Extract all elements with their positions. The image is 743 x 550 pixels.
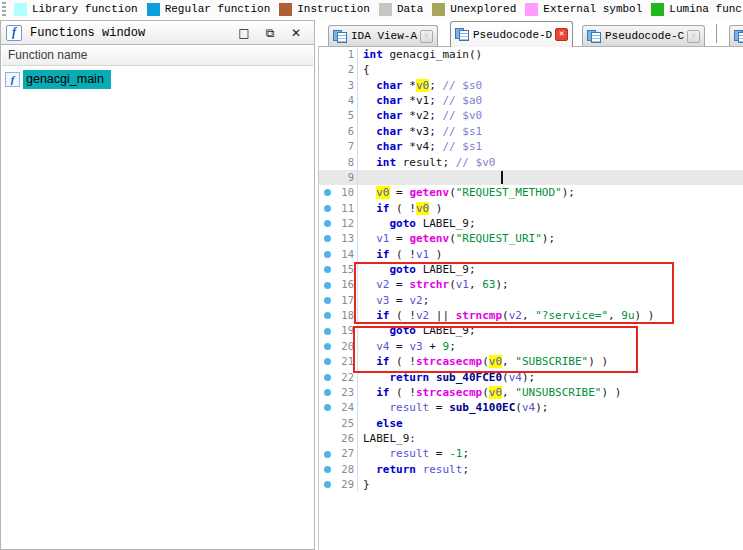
line-number: 1 [335, 47, 358, 62]
code-line-28[interactable]: 28 return result; [319, 462, 743, 477]
code-line-2[interactable]: 2{ [319, 62, 743, 77]
code-text[interactable] [358, 170, 363, 185]
address-dot-icon [324, 466, 331, 473]
token-pln: ( ! [390, 386, 417, 399]
tab-ida-view-a[interactable]: IDA View-A✕ [328, 25, 438, 46]
token-str: "UNSUBSCRIBE" [515, 386, 601, 399]
code-line-21[interactable]: 21 if ( !strcasecmp(v0, "SUBSCRIBE") ) [319, 354, 743, 369]
address-dot-cell [319, 323, 335, 338]
code-text[interactable]: char *v2; // $v0 [358, 108, 482, 123]
code-line-24[interactable]: 24 result = sub_4100EC(v4); [319, 400, 743, 415]
legend-label: External symbol [543, 3, 642, 15]
token-var: v2 [509, 309, 522, 322]
code-text[interactable]: int genacgi_main() [358, 47, 482, 62]
code-line-11[interactable]: 11 if ( !v0 ) [319, 201, 743, 216]
code-area[interactable]: 1int genacgi_main()2{3 char *v0; // $s04… [318, 47, 743, 550]
code-line-25[interactable]: 25 else [319, 416, 743, 431]
maximize-button-icon[interactable]: □ [231, 26, 257, 40]
code-line-27[interactable]: 27 result = -1; [319, 446, 743, 461]
legend-label: Regular function [165, 3, 271, 15]
token-pln [363, 355, 376, 368]
token-pln [416, 263, 423, 276]
close-button-icon[interactable]: ✕ [283, 26, 309, 40]
code-text[interactable]: goto LABEL_9; [358, 323, 476, 338]
code-line-9[interactable]: 9 [319, 170, 743, 185]
code-text[interactable]: else [358, 416, 403, 431]
dot-spacer [319, 124, 335, 139]
code-text[interactable]: if ( !v0 ) [358, 201, 443, 216]
tab-partial[interactable] [729, 25, 743, 46]
token-kw: int [363, 48, 383, 61]
code-line-22[interactable]: 22 return sub_40FCE0(v4); [319, 370, 743, 385]
legend-color-swatch [147, 3, 160, 16]
address-dot-icon [324, 266, 331, 273]
code-line-17[interactable]: 17 v3 = v2; [319, 293, 743, 308]
token-hl: v0 [489, 355, 502, 368]
code-line-4[interactable]: 4 char *v1; // $a0 [319, 93, 743, 108]
token-pln: ( [515, 401, 522, 414]
code-text[interactable]: LABEL_9: [358, 431, 416, 446]
code-text[interactable]: if ( !strcasecmp(v0, "SUBSCRIBE") ) [358, 354, 608, 369]
tab-close-icon[interactable]: ✕ [555, 28, 568, 41]
column-header-function-name[interactable]: Function name [2, 46, 313, 66]
token-pln: { [363, 63, 370, 76]
code-line-20[interactable]: 20 v4 = v3 + 9; [319, 339, 743, 354]
legend-item-lumina-function: Lumina function [651, 3, 743, 16]
code-text[interactable]: v4 = v3 + 9; [358, 339, 456, 354]
code-text[interactable]: return result; [358, 462, 469, 477]
token-var: v1 [456, 278, 469, 291]
code-text[interactable]: v2 = strchr(v1, 63); [358, 277, 509, 292]
restore-button-icon[interactable]: ⧉ [257, 26, 283, 40]
tab-close-icon[interactable]: ✕ [420, 30, 433, 43]
function-name-selected[interactable]: genacgi_main [23, 70, 111, 89]
legend-item-regular-function: Regular function [147, 3, 271, 16]
code-line-7[interactable]: 7 char *v4; // $s1 [319, 139, 743, 154]
code-line-10[interactable]: 10 v0 = getenv("REQUEST_METHOD"); [319, 185, 743, 200]
code-text[interactable]: goto LABEL_9; [358, 216, 476, 231]
code-line-15[interactable]: 15 goto LABEL_9; [319, 262, 743, 277]
code-line-6[interactable]: 6 char *v3; // $s1 [319, 124, 743, 139]
code-text[interactable]: goto LABEL_9; [358, 262, 476, 277]
code-text[interactable]: char *v1; // $a0 [358, 93, 482, 108]
token-pln [363, 386, 376, 399]
code-line-14[interactable]: 14 if ( !v1 ) [319, 247, 743, 262]
toolbar-grip-icon[interactable] [2, 2, 6, 16]
code-line-5[interactable]: 5 char *v2; // $v0 [319, 108, 743, 123]
code-text[interactable]: if ( !v2 || strncmp(v2, "?service=", 9u)… [358, 308, 654, 323]
tab-close-icon[interactable]: ✕ [687, 30, 700, 43]
code-line-26[interactable]: 26LABEL_9: [319, 431, 743, 446]
code-text[interactable]: char *v4; // $s1 [358, 139, 482, 154]
code-line-8[interactable]: 8 int result; // $v0 [319, 155, 743, 170]
function-list-item[interactable]: f genacgi_main [1, 69, 314, 89]
code-line-1[interactable]: 1int genacgi_main() [319, 47, 743, 62]
code-text[interactable]: if ( !v1 ) [358, 247, 443, 262]
line-number: 15 [335, 262, 358, 277]
code-text[interactable]: char *v3; // $s1 [358, 124, 482, 139]
tab-bar: IDA View-A✕Pseudocode-D✕Pseudocode-C✕ [318, 20, 743, 47]
code-text[interactable]: v3 = v2; [358, 293, 429, 308]
code-line-3[interactable]: 3 char *v0; // $s0 [319, 78, 743, 93]
address-dot-icon [324, 235, 331, 242]
code-text[interactable]: char *v0; // $s0 [358, 78, 482, 93]
code-text[interactable]: v1 = getenv("REQUEST_URI"); [358, 231, 555, 246]
tab-pseudocode-d[interactable]: Pseudocode-D✕ [450, 21, 573, 47]
address-dot-cell [319, 262, 335, 277]
address-dot-icon [324, 389, 331, 396]
code-text[interactable]: result = -1; [358, 446, 469, 461]
code-line-16[interactable]: 16 v2 = strchr(v1, 63); [319, 277, 743, 292]
code-line-23[interactable]: 23 if ( !strcasecmp(v0, "UNSUBSCRIBE") ) [319, 385, 743, 400]
code-text[interactable]: int result; // $v0 [358, 155, 496, 170]
code-text[interactable]: { [358, 62, 370, 77]
code-text[interactable]: } [358, 477, 370, 492]
code-line-18[interactable]: 18 if ( !v2 || strncmp(v2, "?service=", … [319, 308, 743, 323]
token-kw: goto [390, 324, 417, 337]
code-text[interactable]: result = sub_4100EC(v4); [358, 400, 548, 415]
code-line-29[interactable]: 29} [319, 477, 743, 492]
tab-pseudocode-c[interactable]: Pseudocode-C✕ [582, 25, 705, 46]
code-line-19[interactable]: 19 goto LABEL_9; [319, 323, 743, 338]
code-line-12[interactable]: 12 goto LABEL_9; [319, 216, 743, 231]
code-text[interactable]: if ( !strcasecmp(v0, "UNSUBSCRIBE") ) [358, 385, 621, 400]
code-text[interactable]: return sub_40FCE0(v4); [358, 370, 535, 385]
code-line-13[interactable]: 13 v1 = getenv("REQUEST_URI"); [319, 231, 743, 246]
code-text[interactable]: v0 = getenv("REQUEST_METHOD"); [358, 185, 575, 200]
